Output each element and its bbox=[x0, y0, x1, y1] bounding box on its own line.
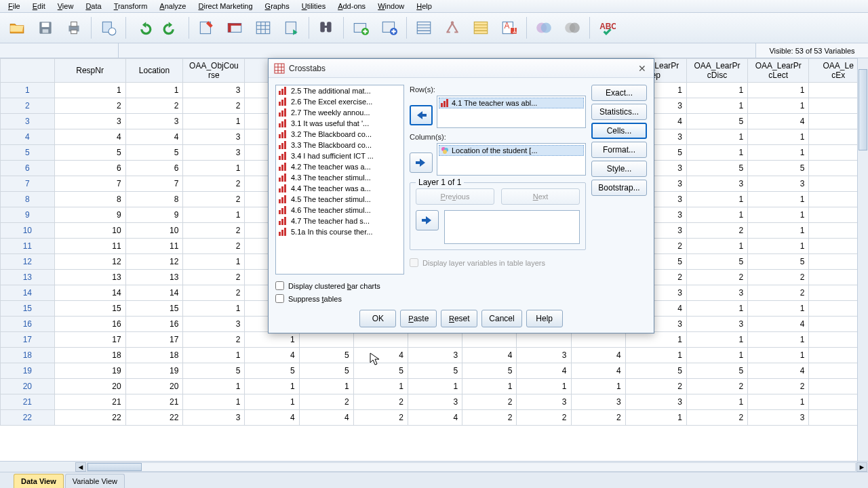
vertical-scrollbar[interactable] bbox=[857, 58, 868, 461]
cell[interactable]: 2 bbox=[462, 410, 517, 426]
cell[interactable]: 16 bbox=[125, 317, 183, 332]
cell[interactable]: 2 bbox=[353, 410, 408, 426]
cell[interactable]: 5 bbox=[462, 363, 517, 379]
cell[interactable]: 11 bbox=[125, 239, 183, 254]
cell[interactable]: 7 bbox=[54, 176, 125, 192]
variable-item[interactable]: 3.1 It was useful that '... bbox=[276, 118, 403, 129]
cell[interactable]: 5 bbox=[183, 363, 245, 379]
cell[interactable]: 4 bbox=[299, 410, 353, 426]
cell[interactable]: 1 bbox=[748, 223, 809, 239]
cell[interactable]: 2 bbox=[54, 98, 125, 114]
cell[interactable]: 4 bbox=[462, 348, 517, 363]
cell[interactable]: 2 bbox=[748, 379, 809, 394]
variable-item[interactable]: 5.1a In this course ther... bbox=[276, 226, 403, 237]
cell[interactable]: 1 bbox=[183, 161, 245, 176]
move-to-columns-button[interactable] bbox=[410, 152, 433, 173]
row-header[interactable]: 21 bbox=[1, 394, 55, 410]
cell[interactable]: 3 bbox=[686, 317, 747, 332]
cell[interactable]: 1 bbox=[183, 207, 245, 223]
cell[interactable]: 5 bbox=[686, 161, 747, 176]
cell[interactable]: 4 bbox=[748, 363, 809, 379]
select-cases-icon[interactable] bbox=[468, 16, 494, 40]
source-variable-list[interactable]: 2.5 The additional mat...2.6 The Excel e… bbox=[275, 85, 404, 274]
undo-icon[interactable] bbox=[130, 16, 156, 40]
layer-target[interactable] bbox=[444, 210, 580, 244]
cell[interactable]: 1 bbox=[625, 410, 686, 426]
print-icon[interactable] bbox=[61, 16, 87, 40]
cell[interactable]: 5 bbox=[686, 114, 747, 129]
cell[interactable]: 1 bbox=[748, 348, 809, 363]
help-button[interactable]: Help bbox=[526, 310, 563, 327]
cell[interactable]: 15 bbox=[125, 301, 183, 317]
cell[interactable]: 2 bbox=[686, 379, 747, 394]
use-sets-icon[interactable] bbox=[559, 16, 585, 40]
cell[interactable]: 5 bbox=[748, 254, 809, 270]
cell[interactable]: 1 bbox=[748, 239, 809, 254]
menu-data[interactable]: Data bbox=[80, 1, 106, 12]
cell[interactable]: 1 bbox=[625, 348, 686, 363]
cell[interactable]: 18 bbox=[125, 348, 183, 363]
cell[interactable]: 3 bbox=[408, 394, 462, 410]
cell[interactable]: 5 bbox=[408, 363, 462, 379]
row-header[interactable]: 3 bbox=[1, 114, 55, 129]
cell[interactable]: 20 bbox=[54, 379, 125, 394]
cell[interactable]: 1 bbox=[748, 301, 809, 317]
cell[interactable]: 3 bbox=[125, 114, 183, 129]
cell[interactable]: 1 bbox=[748, 192, 809, 207]
cell[interactable]: 8 bbox=[125, 192, 183, 207]
row-header[interactable]: 22 bbox=[1, 410, 55, 426]
row-header[interactable]: 8 bbox=[1, 192, 55, 207]
cell[interactable]: 3 bbox=[748, 410, 809, 426]
cell[interactable]: 3 bbox=[686, 285, 747, 301]
cell[interactable]: 2 bbox=[353, 394, 408, 410]
rows-target[interactable]: 4.1 The teacher was abl... bbox=[437, 96, 586, 128]
menu-window[interactable]: Window bbox=[372, 1, 410, 12]
cells-button[interactable]: Cells... bbox=[591, 123, 647, 139]
cell[interactable]: 22 bbox=[54, 410, 125, 426]
row-header[interactable]: 16 bbox=[1, 317, 55, 332]
cell[interactable]: 10 bbox=[125, 223, 183, 239]
insert-case-icon[interactable] bbox=[348, 16, 374, 40]
col-header[interactable]: RespNr bbox=[54, 59, 125, 83]
cell[interactable]: 2 bbox=[686, 223, 747, 239]
cell[interactable]: 1 bbox=[748, 145, 809, 161]
cell[interactable]: 1 bbox=[748, 98, 809, 114]
variable-item[interactable]: 4.2 The teacher was a... bbox=[276, 161, 403, 172]
menu-help[interactable]: Help bbox=[411, 1, 437, 12]
row-header[interactable]: 12 bbox=[1, 254, 55, 270]
variable-item[interactable]: 3.3 The Blackboard co... bbox=[276, 140, 403, 150]
variable-item[interactable]: 4.7 The teacher had s... bbox=[276, 216, 403, 226]
cell[interactable] bbox=[517, 332, 571, 348]
cell[interactable]: 2 bbox=[748, 270, 809, 285]
cell[interactable]: 2 bbox=[183, 98, 245, 114]
variable-item[interactable]: 2.6 The Excel exercise... bbox=[276, 96, 403, 107]
menu-analyze[interactable]: Analyze bbox=[154, 1, 191, 12]
cell[interactable]: 5 bbox=[299, 363, 353, 379]
menu-direct-marketing[interactable]: Direct Marketing bbox=[193, 1, 258, 12]
close-icon[interactable]: ✕ bbox=[636, 63, 648, 74]
cell[interactable]: 3 bbox=[625, 394, 686, 410]
cell[interactable]: 2 bbox=[462, 394, 517, 410]
cell[interactable]: 5 bbox=[748, 161, 809, 176]
cell[interactable]: 1 bbox=[686, 192, 747, 207]
cell[interactable]: 4 bbox=[571, 363, 625, 379]
cell[interactable]: 20 bbox=[125, 379, 183, 394]
row-variable-item[interactable]: 4.1 The teacher was abl... bbox=[439, 98, 584, 108]
clustered-bar-checkbox[interactable]: Display clustered bar charts bbox=[275, 281, 647, 290]
cell[interactable]: 2 bbox=[183, 176, 245, 192]
variable-item[interactable]: 4.6 The teacher stimul... bbox=[276, 205, 403, 216]
tab-variable-view[interactable]: Variable View bbox=[65, 474, 125, 488]
menu-view[interactable]: View bbox=[52, 1, 79, 12]
row-header[interactable]: 6 bbox=[1, 161, 55, 176]
recall-icon[interactable] bbox=[96, 16, 121, 40]
cell[interactable]: 1 bbox=[686, 145, 747, 161]
cell[interactable]: 4 bbox=[353, 348, 408, 363]
cell[interactable]: 1 bbox=[183, 114, 245, 129]
cell[interactable] bbox=[571, 332, 625, 348]
menu-add-ons[interactable]: Add-ons bbox=[332, 1, 371, 12]
cell[interactable]: 12 bbox=[125, 254, 183, 270]
row-header[interactable]: 1 bbox=[1, 83, 55, 98]
cell[interactable]: 18 bbox=[54, 348, 125, 363]
next-layer-button[interactable]: Next bbox=[501, 188, 580, 205]
cell[interactable]: 2 bbox=[183, 192, 245, 207]
